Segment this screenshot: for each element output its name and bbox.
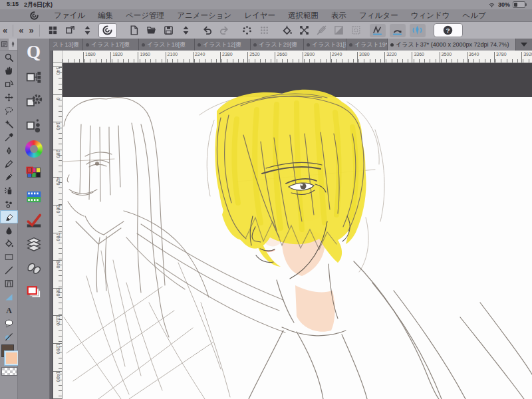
palette-settings[interactable] [18,89,50,113]
tool-hand[interactable] [0,64,18,77]
tool-fill[interactable] [0,237,18,250]
palette-tool-property[interactable] [18,65,50,89]
tool-figure[interactable] [0,263,18,277]
h-ruler-label: 3500 [441,52,452,57]
palette-timeline[interactable] [18,185,50,209]
save-file-icon[interactable] [162,24,176,37]
canvas-tab-active[interactable]: イラスト37* (4000 x 2000px 72dpi 74.7%) [388,39,516,51]
nav-next-button[interactable]: » [26,25,36,35]
palette-layer-template[interactable] [18,233,50,257]
tool-frame[interactable] [0,277,18,290]
menu-ファイル[interactable]: ファイル [54,11,85,21]
palette-color-set[interactable] [18,161,50,185]
app-switch-icon[interactable] [64,24,77,37]
modifier-keys-icon [258,24,271,37]
tab-label: イラスト17[復 [91,41,130,49]
tool-auto-select[interactable] [0,117,18,130]
canvas-tab[interactable]: スト13[復 [50,39,83,51]
nav-prev-button[interactable]: « [16,25,26,35]
h-ruler-label: 2240 [194,52,205,57]
palette-auto-action[interactable] [18,209,50,233]
redo-icon [218,24,231,37]
h-ruler-label: 3220 [386,52,397,57]
palette-color-wheel[interactable] [18,137,50,161]
palette-brush-size[interactable] [18,113,50,137]
tool-pencil[interactable] [0,157,18,170]
tab-list-dropdown[interactable] [516,39,532,51]
tool-eraser[interactable] [0,210,18,223]
drawing-canvas[interactable] [63,63,532,399]
transform-icon[interactable] [298,24,311,37]
status-indicators: 30% [488,1,525,8]
snap-grid-icon[interactable] [410,24,426,37]
menu-アニメーション[interactable]: アニメーション [177,11,231,21]
h-ruler-label: 1820 [112,52,123,57]
clip-studio-menu-logo-icon[interactable] [29,11,39,21]
status-clock: 5:15 2月6日(水) [7,1,53,9]
clip-studio-logo-icon[interactable] [98,23,117,38]
v-ruler-label: 0 [56,94,61,102]
canvas-tab[interactable]: イラスト19* [346,39,388,51]
palette-layer[interactable] [18,281,50,305]
pen-tab[interactable] [9,39,17,50]
tab-label: イラスト29[復 [259,41,297,49]
h-ruler-label: 2940 [331,52,342,57]
status-bar: 5:15 2月6日(水) 30% [0,0,532,9]
tool-marker[interactable] [0,170,18,184]
undo-icon[interactable] [201,24,214,37]
canvas-tab[interactable]: イラスト31[復 [304,39,346,51]
command-bar: « « » [0,22,532,39]
file-nav-icon[interactable] [180,24,193,37]
transparent-color-swatch[interactable] [1,367,17,376]
menu-表示[interactable]: 表示 [331,11,346,21]
canvas-tab[interactable]: イラスト18[復 [139,39,195,51]
app-grid-icon[interactable] [47,24,60,37]
sub-color-swatch[interactable] [5,351,19,365]
tool-lasso[interactable] [0,104,18,117]
tool-zoom[interactable] [0,51,18,64]
canvas-tab[interactable]: イラスト17[復 [83,39,139,51]
tool-ruler[interactable] [0,290,18,303]
tool-palette-header [0,39,17,51]
canvas-tab[interactable]: イラスト12[復 [195,39,251,51]
tool-eyedropper[interactable] [0,130,18,144]
open-file-icon[interactable] [145,24,158,37]
tool-rotate[interactable] [0,77,18,90]
tool-text[interactable] [0,303,18,317]
touch-gesture-icon[interactable] [241,24,254,37]
tool-gradient[interactable] [0,250,18,263]
menu-ヘルプ[interactable]: ヘルプ [463,11,486,21]
tool-decoration[interactable] [0,197,18,210]
palette-quick-access[interactable]: Q [18,39,50,65]
fill-shortcut-icon[interactable] [281,24,294,37]
canvas-tab[interactable]: イラスト29[復 [251,39,304,51]
new-file-icon[interactable] [128,24,141,37]
palette-material[interactable] [18,257,50,281]
menu-レイヤー[interactable]: レイヤー [244,11,275,21]
menu-選択範囲[interactable]: 選択範囲 [288,11,319,21]
menu-ウィンドウ[interactable]: ウィンドウ [411,11,450,21]
palette-icon-bar: Q [18,39,50,399]
help-icon[interactable] [434,23,463,37]
palette-toggle-icon[interactable] [81,24,94,37]
battery-percent: 30% [498,1,510,8]
tool-correct-line[interactable] [0,330,18,343]
tool-balloon[interactable] [0,317,18,330]
menu-編集[interactable]: 編集 [98,11,113,21]
h-ruler-label: 2660 [276,52,287,57]
menu-フィルター[interactable]: フィルター [359,11,398,21]
collapse-toolbar-button[interactable]: « [0,25,10,35]
wifi-icon [488,2,495,8]
menu-ページ管理[interactable]: ページ管理 [126,11,164,21]
v-ruler-label: 140 [56,67,61,75]
chevron-down-icon [521,43,527,47]
all-tools-tab[interactable] [0,39,9,50]
snap-special-ruler-icon[interactable] [390,24,406,37]
snap-ruler-icon[interactable] [370,24,386,37]
tool-blend[interactable] [0,223,18,237]
tool-move[interactable] [0,90,18,104]
tool-pen[interactable] [0,144,18,157]
tab-label: イラスト37* (4000 x 2000px 72dpi 74.7%) [396,41,509,49]
tool-airbrush[interactable] [0,184,18,197]
battery-icon [513,1,525,8]
